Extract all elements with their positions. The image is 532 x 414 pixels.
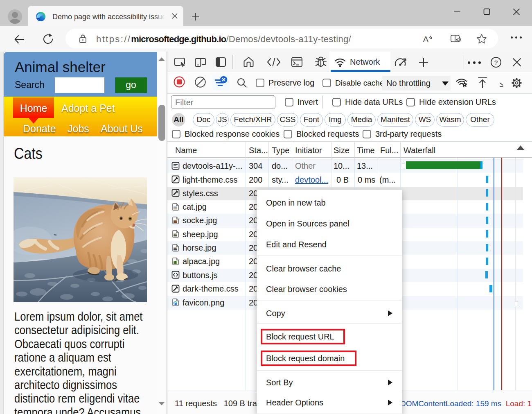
- svg-text:?: ?: [494, 59, 498, 66]
- svg-text:A: A: [423, 35, 428, 43]
